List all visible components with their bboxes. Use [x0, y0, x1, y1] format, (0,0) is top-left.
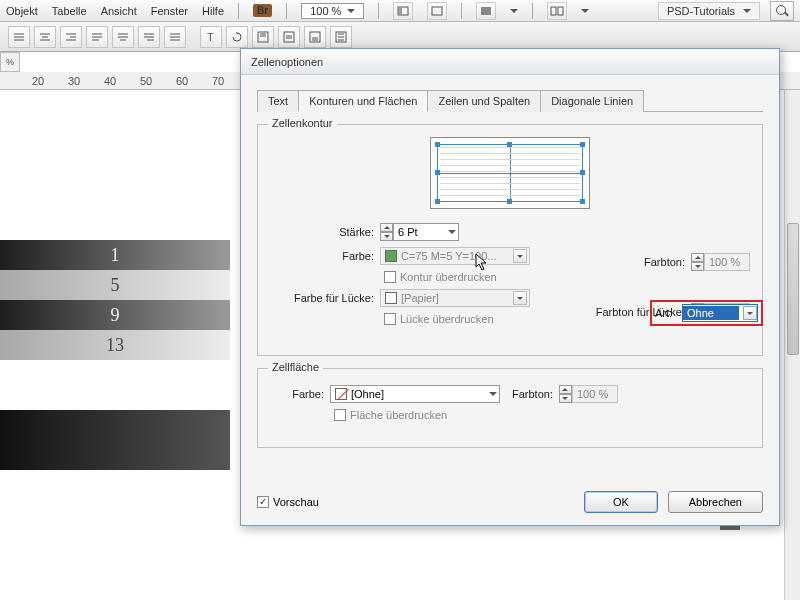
type-highlight: Art: Ohne [650, 300, 763, 326]
menu-objekt[interactable]: Objekt [6, 5, 38, 17]
group-legend: Zellfläche [268, 361, 323, 373]
separator [532, 3, 533, 19]
separator [286, 3, 287, 19]
weight-combo[interactable]: 6 Pt [393, 223, 459, 241]
align-icon[interactable] [34, 26, 56, 48]
weight-stepper[interactable] [380, 223, 393, 241]
svg-text:T: T [207, 31, 214, 43]
tint-stepper[interactable] [691, 253, 704, 271]
preview-label: Vorschau [273, 496, 319, 508]
vertical-scrollbar[interactable] [784, 90, 800, 600]
ok-button[interactable]: OK [584, 491, 658, 513]
dialog-title: Zellenoptionen [241, 49, 779, 75]
tab-borders-fills[interactable]: Konturen und Flächen [298, 90, 428, 112]
tint-label: Farbton: [644, 256, 691, 268]
fill-tint-stepper[interactable] [559, 385, 572, 403]
fill-color-label: Farbe: [270, 388, 330, 400]
chevron-down-icon[interactable] [581, 9, 589, 13]
border-preview[interactable] [430, 137, 590, 209]
view-mode-icon[interactable] [427, 2, 447, 20]
align-icon[interactable] [164, 26, 186, 48]
svg-rect-5 [558, 7, 563, 15]
search-icon [776, 5, 788, 17]
menu-tabelle[interactable]: Tabelle [52, 5, 87, 17]
overprint-gap-checkbox[interactable] [384, 313, 396, 325]
search-button[interactable] [770, 1, 794, 21]
table-row: 5 [0, 270, 230, 300]
menu-fenster[interactable]: Fenster [151, 5, 188, 17]
valign-mid-icon[interactable] [278, 26, 300, 48]
align-icon[interactable] [86, 26, 108, 48]
bridge-icon[interactable]: Br [253, 4, 272, 17]
align-icon[interactable] [8, 26, 30, 48]
align-icon[interactable] [112, 26, 134, 48]
weight-label: Stärke: [270, 226, 380, 238]
group-legend: Zellenkontur [268, 117, 337, 129]
view-mode-icon[interactable] [393, 2, 413, 20]
color-combo[interactable]: C=75 M=5 Y=100... [380, 247, 530, 265]
cancel-button[interactable]: Abbrechen [668, 491, 763, 513]
menu-ansicht[interactable]: Ansicht [101, 5, 137, 17]
svg-rect-2 [432, 7, 442, 15]
cell-fill-group: Zellfläche Farbe: [Ohne] Farbton: 100 % … [257, 368, 763, 448]
overprint-gap-label: Lücke überdrucken [400, 313, 494, 325]
separator [378, 3, 379, 19]
tab-text[interactable]: Text [257, 90, 299, 112]
table-preview: 1 5 9 13 [0, 240, 230, 360]
overprint-fill-label: Fläche überdrucken [350, 409, 447, 421]
zoom-combo[interactable]: 100 % [301, 3, 364, 19]
valign-justify-icon[interactable] [330, 26, 352, 48]
menubar: Objekt Tabelle Ansicht Fenster Hilfe Br … [0, 0, 800, 22]
valign-bot-icon[interactable] [304, 26, 326, 48]
menu-hilfe[interactable]: Hilfe [202, 5, 224, 17]
table-row: 1 [0, 240, 230, 270]
svg-rect-8 [284, 32, 294, 42]
align-icon[interactable] [60, 26, 82, 48]
valign-top-icon[interactable] [252, 26, 274, 48]
workspace-switcher[interactable]: PSD-Tutorials [658, 2, 760, 20]
overprint-stroke-label: Kontur überdrucken [400, 271, 497, 283]
tint-field[interactable]: 100 % [704, 253, 750, 271]
arrange-icon[interactable] [547, 2, 567, 20]
gap-color-combo[interactable]: [Papier] [380, 289, 530, 307]
overprint-fill-checkbox[interactable] [334, 409, 346, 421]
svg-rect-3 [481, 7, 491, 15]
rotate-icon[interactable] [226, 26, 248, 48]
tab-diagonal[interactable]: Diagonale Linien [540, 90, 644, 112]
tab-rows-cols[interactable]: Zeilen und Spalten [427, 90, 541, 112]
gap-color-label: Farbe für Lücke: [270, 292, 380, 304]
fill-tint-label: Farbton: [512, 388, 559, 400]
color-label: Farbe: [270, 250, 380, 262]
cell-options-dialog: Zellenoptionen Text Konturen und Flächen… [240, 48, 780, 526]
ruler-corner: % [0, 52, 20, 72]
color-swatch-icon [385, 250, 397, 262]
align-icon[interactable] [138, 26, 160, 48]
type-label: Art: [655, 307, 678, 319]
separator [238, 3, 239, 19]
table-row: 13 [0, 330, 230, 360]
none-swatch-icon [335, 388, 347, 400]
type-combo[interactable]: Ohne [682, 304, 758, 322]
separator [461, 3, 462, 19]
chevron-down-icon[interactable] [510, 9, 518, 13]
fill-color-combo[interactable]: [Ohne] [330, 385, 500, 403]
paper-swatch-icon [385, 292, 397, 304]
screen-mode-icon[interactable] [476, 2, 496, 20]
svg-rect-1 [398, 7, 402, 15]
preview-checkbox[interactable] [257, 496, 269, 508]
text-direction-icon[interactable]: T [200, 26, 222, 48]
svg-rect-4 [551, 7, 556, 15]
fill-tint-field[interactable]: 100 % [572, 385, 618, 403]
table-row: 9 [0, 300, 230, 330]
dialog-tabs: Text Konturen und Flächen Zeilen und Spa… [257, 89, 763, 112]
image-block [0, 410, 230, 470]
overprint-stroke-checkbox[interactable] [384, 271, 396, 283]
